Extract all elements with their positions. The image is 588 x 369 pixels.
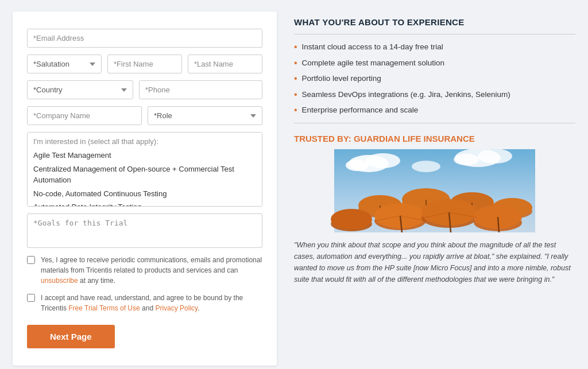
interested-label: I'm interested in (select all that apply… [33,137,252,146]
umbrella-image [294,149,575,232]
bullet-text: Enterprise performance and scale [302,104,419,116]
bullet-icon: • [294,57,297,68]
country-select[interactable]: *Country United States United Kingdom Ge… [27,80,133,99]
trusted-section: TRUSTED BY: GUARDIAN LIFE INSURANCE [294,134,575,285]
bullet-text: Complete agile test management solution [302,57,444,69]
svg-point-3 [346,160,369,171]
bullet-item: • Instant cloud access to a 14-day free … [294,41,575,53]
list-item[interactable]: Agile Test Management [33,149,252,162]
bullet-text: Seamless DevOps integrations (e.g. Jira,… [302,89,510,100]
bullet-item: • Complete agile test management solutio… [294,57,575,69]
list-item[interactable]: Centralized Management of Open-source + … [33,162,252,187]
bullet-item: • Portfolio level reporting [294,73,575,84]
quote-text: "When you think about that scope and you… [294,239,575,285]
phone-input[interactable] [139,80,262,99]
firstname-wrap [107,55,182,73]
trusted-company: GUARDIAN LIFE INSURANCE [354,134,475,143]
trusted-title: TRUSTED BY: GUARDIAN LIFE INSURANCE [294,134,575,143]
salutation-select[interactable]: *Salutation Mr. Ms. Mrs. Dr. Prof. [27,55,102,73]
bullet-icon: • [294,73,297,84]
unsubscribe-link[interactable]: unsubscribe [41,277,78,285]
page-wrapper: *Salutation Mr. Ms. Mrs. Dr. Prof. *Coun… [13,11,575,366]
checkbox1[interactable] [27,256,35,264]
divider-top [294,34,575,34]
checkbox1-row: Yes, I agree to receive periodic communi… [27,255,262,286]
privacy-link[interactable]: Privacy Policy [155,304,198,312]
country-wrap: *Country United States United Kingdom Ge… [27,80,133,99]
company-input[interactable] [27,106,142,125]
checkbox2-row: I accept and have read, understand, and … [27,293,262,313]
phone-wrap [139,80,262,99]
list-item[interactable]: No-code, Automated Continuous Testing [33,187,252,201]
company-wrap [27,106,142,125]
bullet-icon: • [294,89,297,100]
bullet-text: Portfolio level reporting [302,73,381,84]
company-role-row: *Role Developer QA Engineer Manager Dire… [27,106,262,125]
divider-bottom [294,123,575,123]
experience-title: WHAT YOU'RE ABOUT TO EXPERIENCE [294,17,575,27]
next-page-button[interactable]: Next Page [27,325,115,348]
name-row: *Salutation Mr. Ms. Mrs. Dr. Prof. [27,55,262,73]
salutation-wrap: *Salutation Mr. Ms. Mrs. Dr. Prof. [27,55,102,73]
svg-point-6 [454,154,479,165]
interested-wrap: I'm interested in (select all that apply… [27,132,262,207]
bullet-item: • Enterprise performance and scale [294,104,575,116]
checkbox2-label: I accept and have read, understand, and … [41,293,262,313]
firstname-input[interactable] [107,55,182,73]
svg-point-21 [331,209,372,230]
goals-textarea[interactable] [27,213,262,248]
lastname-wrap [188,55,262,73]
svg-point-7 [412,161,440,172]
bullet-list: • Instant cloud access to a 14-day free … [294,41,575,116]
bullet-icon: • [294,104,297,115]
bullet-icon: • [294,41,297,52]
svg-point-2 [366,153,400,168]
bullet-item: • Seamless DevOps integrations (e.g. Jir… [294,89,575,100]
interested-row: I'm interested in (select all that apply… [27,132,262,207]
checkbox2[interactable] [27,294,35,302]
bullet-text: Instant cloud access to a 14-day free tr… [302,41,443,53]
role-wrap: *Role Developer QA Engineer Manager Dire… [148,106,262,125]
right-panel: WHAT YOU'RE ABOUT TO EXPERIENCE • Instan… [294,11,575,366]
list-item[interactable]: Automated Data Integrity Testing [33,200,252,207]
checkbox1-label: Yes, I agree to receive periodic communi… [41,255,262,286]
email-row [27,29,262,48]
interested-list[interactable]: I'm interested in (select all that apply… [27,132,262,207]
goals-row [27,213,262,248]
svg-point-5 [478,149,512,164]
terms-link[interactable]: Free Trial Terms of Use [68,304,140,312]
lastname-input[interactable] [188,55,262,73]
role-select[interactable]: *Role Developer QA Engineer Manager Dire… [148,106,262,125]
form-panel: *Salutation Mr. Ms. Mrs. Dr. Prof. *Coun… [13,11,277,366]
email-input[interactable] [27,29,262,48]
country-phone-row: *Country United States United Kingdom Ge… [27,80,262,99]
